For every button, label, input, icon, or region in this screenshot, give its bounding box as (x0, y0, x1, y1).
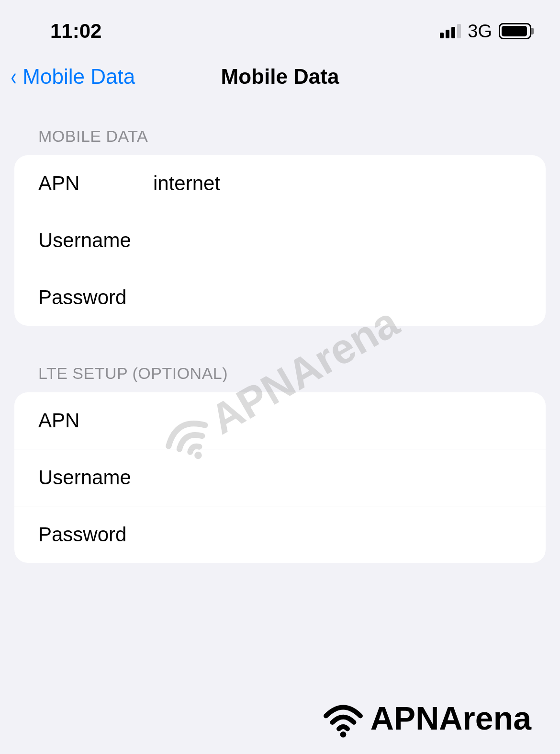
row-apn[interactable]: APN (14, 155, 546, 212)
section-mobile-data: APN Username Password (14, 155, 546, 326)
brand-label: APNArena (322, 697, 531, 740)
apn-label: APN (38, 172, 153, 195)
lte-username-input[interactable] (153, 466, 522, 489)
apn-input[interactable] (153, 172, 522, 195)
battery-icon (499, 23, 531, 39)
chevron-left-icon: ‹ (11, 62, 17, 91)
lte-password-label: Password (38, 523, 153, 546)
brand-text: APNArena (370, 699, 531, 737)
lte-apn-input[interactable] (153, 409, 522, 432)
signal-strength-icon (440, 24, 461, 38)
section-header-lte-setup: LTE SETUP (OPTIONAL) (14, 364, 546, 392)
back-label: Mobile Data (22, 65, 135, 89)
lte-username-label: Username (38, 466, 153, 489)
status-bar: 11:02 3G (0, 0, 560, 46)
row-password[interactable]: Password (14, 269, 546, 326)
status-right: 3G (440, 21, 531, 42)
network-type: 3G (468, 21, 492, 42)
row-lte-apn[interactable]: APN (14, 392, 546, 449)
navigation-bar: ‹ Mobile Data Mobile Data (0, 46, 560, 103)
row-lte-username[interactable]: Username (14, 449, 546, 506)
lte-apn-label: APN (38, 409, 153, 432)
lte-password-input[interactable] (153, 523, 522, 546)
section-header-mobile-data: MOBILE DATA (14, 127, 546, 155)
password-label: Password (38, 286, 153, 309)
section-lte-setup: APN Username Password (14, 392, 546, 563)
svg-point-1 (340, 731, 346, 738)
password-input[interactable] (153, 286, 522, 309)
row-username[interactable]: Username (14, 212, 546, 269)
wifi-icon (322, 697, 365, 740)
status-time: 11:02 (50, 20, 101, 43)
back-button[interactable]: ‹ Mobile Data (10, 62, 135, 91)
username-input[interactable] (153, 229, 522, 252)
row-lte-password[interactable]: Password (14, 506, 546, 563)
content: MOBILE DATA APN Username Password LTE SE… (0, 103, 560, 563)
username-label: Username (38, 229, 153, 252)
